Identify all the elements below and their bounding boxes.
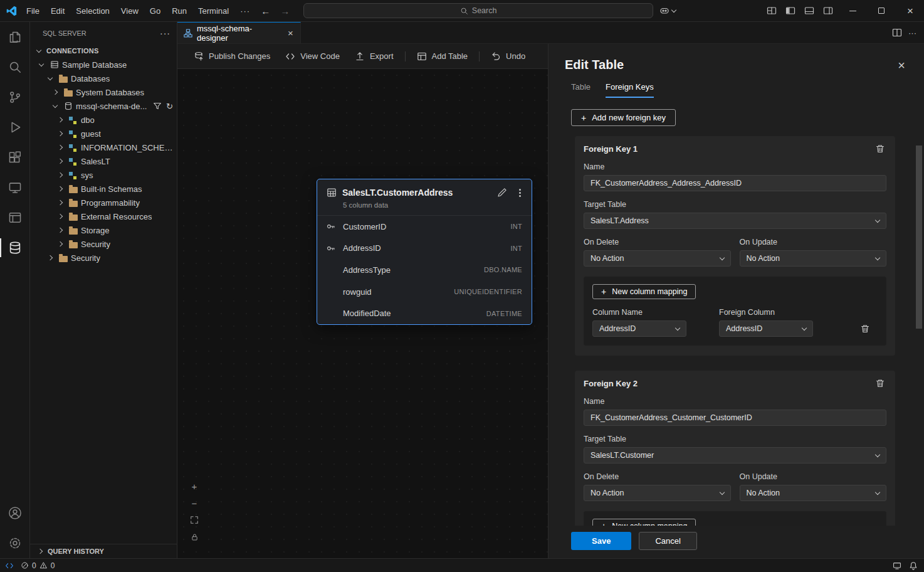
remote-explorer-icon[interactable] [0,172,30,203]
add-foreign-key-button[interactable]: + Add new foreign key [571,109,676,126]
toggle-secondary-sidebar-icon[interactable] [819,0,837,22]
foreign-keys-scroll-area[interactable]: Foreign Key 1 Name Target Table SalesLT.… [549,136,924,526]
delete-foreign-key-icon[interactable] [875,378,885,388]
add-table-button[interactable]: Add Table [409,44,476,69]
nav-forward-icon[interactable]: → [275,6,295,16]
column-row[interactable]: CustomerID INT [317,216,532,238]
sidebar-more-actions[interactable]: ··· [160,28,171,38]
search-input[interactable]: Search [303,3,653,18]
tree-item-information-schema[interactable]: INFORMATION_SCHEMA [30,140,177,154]
copilot-icon[interactable] [659,6,676,16]
delete-foreign-key-icon[interactable] [875,144,885,154]
menu-view[interactable]: View [115,0,144,22]
on-update-select[interactable]: No Action [740,485,887,501]
column-row[interactable]: AddressType DBO.NAME [317,259,532,281]
column-row[interactable]: AddressID INT [317,238,532,260]
undo-button[interactable]: Undo [483,44,533,69]
tree-item-storage[interactable]: Storage [30,223,177,237]
folder-icon [68,185,78,193]
zoom-in-button[interactable]: + [189,481,199,491]
sql-connections-icon[interactable] [0,203,30,233]
tab-mssql-schema-designer[interactable]: mssql-schema-designer × [177,22,301,43]
remote-window-icon[interactable] [893,561,901,570]
tree-item-programmability[interactable]: Programmability [30,196,177,209]
zoom-out-button[interactable]: − [189,498,199,508]
menu-terminal[interactable]: Terminal [192,0,234,22]
account-icon[interactable] [0,498,30,528]
table-menu-kebab-icon[interactable] [516,189,524,197]
panel-scrollbar[interactable] [916,146,922,329]
fk-name-input[interactable] [584,175,886,191]
run-debug-icon[interactable] [0,112,30,142]
close-panel-icon[interactable]: × [898,59,905,72]
maximize-button[interactable] [868,0,895,22]
tree-item-mssql-schema-designer-db[interactable]: mssql-schema-de... ↻ [30,99,177,113]
tree-item-external-resources[interactable]: External Resources [30,209,177,223]
new-column-mapping-button[interactable]: + New column mapping [592,519,696,526]
section-query-history[interactable]: QUERY HISTORY [30,544,177,558]
menu-go[interactable]: Go [144,0,166,22]
notifications-bell-icon[interactable] [909,561,918,570]
explorer-icon[interactable] [0,22,30,52]
menu-overflow[interactable]: ··· [234,0,256,22]
column-row[interactable]: rowguid UNIQUEIDENTIFIER [317,281,532,303]
mapping-foreign-select[interactable]: AddressID [719,320,813,337]
save-button[interactable]: Save [571,532,631,550]
minimize-button[interactable] [839,0,866,22]
fit-view-button[interactable] [189,515,199,525]
schema-canvas[interactable]: SalesLT.CustomerAddress 5 column data Cu… [177,69,548,558]
sql-server-icon[interactable] [0,233,30,263]
tab-close-icon[interactable]: × [285,27,297,40]
mapping-column-select[interactable]: AddressID [592,320,686,337]
refresh-icon[interactable]: ↻ [166,102,173,110]
menu-edit[interactable]: Edit [45,0,70,22]
table-node-customeraddress[interactable]: SalesLT.CustomerAddress 5 column data Cu… [317,179,532,325]
publish-changes-button[interactable]: Publish Changes [186,44,278,69]
tree-item-sys[interactable]: sys [30,168,177,182]
filter-icon[interactable] [153,102,162,110]
tree-item-built-in-schemas[interactable]: Built-in Schemas [30,182,177,196]
customize-layout-icon[interactable] [762,0,781,22]
nav-back-icon[interactable]: ← [256,6,275,16]
problems-status[interactable]: 0 0 [18,561,58,570]
on-delete-select[interactable]: No Action [584,250,731,267]
tree-item-guest[interactable]: guest [30,127,177,140]
tree-item-security-schema[interactable]: Security [30,237,177,251]
toggle-primary-sidebar-icon[interactable] [781,0,800,22]
on-delete-select[interactable]: No Action [584,485,731,501]
tab-foreign-keys[interactable]: Foreign Keys [606,82,654,98]
new-column-mapping-button[interactable]: + New column mapping [592,284,696,299]
source-control-icon[interactable] [0,82,30,112]
tree-item-sample-database[interactable]: Sample Database [30,58,177,72]
on-update-select[interactable]: No Action [740,250,887,267]
menu-file[interactable]: File [21,0,45,22]
cancel-button[interactable]: Cancel [639,532,696,550]
target-table-select[interactable]: SalesLT.Customer [584,447,886,463]
split-editor-icon[interactable] [892,28,902,38]
menu-run[interactable]: Run [166,0,192,22]
toggle-panel-icon[interactable] [800,0,819,22]
tab-table[interactable]: Table [571,82,591,98]
column-row[interactable]: ModifiedDate DATETIME [317,302,532,324]
export-button[interactable]: Export [347,44,401,69]
editor-more-actions[interactable]: ··· [908,28,916,38]
target-table-select[interactable]: SalesLT.Address [584,213,886,229]
close-window-button[interactable]: × [896,0,924,22]
view-code-button[interactable]: View Code [278,44,347,69]
tree-item-security[interactable]: Security [30,251,177,265]
tree-item-databases[interactable]: Databases [30,72,177,85]
menu-selection[interactable]: Selection [70,0,115,22]
publish-icon [194,51,204,61]
tree-item-dbo[interactable]: dbo [30,113,177,127]
fk-name-input[interactable] [584,410,886,426]
delete-mapping-icon[interactable] [860,324,870,334]
edit-table-pencil-icon[interactable] [494,188,510,198]
search-sidebar-icon[interactable] [0,52,30,82]
section-connections[interactable]: CONNECTIONS [30,44,177,58]
extensions-icon[interactable] [0,142,30,172]
tree-item-system-databases[interactable]: System Databases [30,85,177,99]
tree-item-saleslt[interactable]: SalesLT [30,154,177,168]
lock-button[interactable] [189,532,199,542]
settings-gear-icon[interactable] [0,528,30,558]
remote-indicator-icon[interactable] [5,561,14,570]
